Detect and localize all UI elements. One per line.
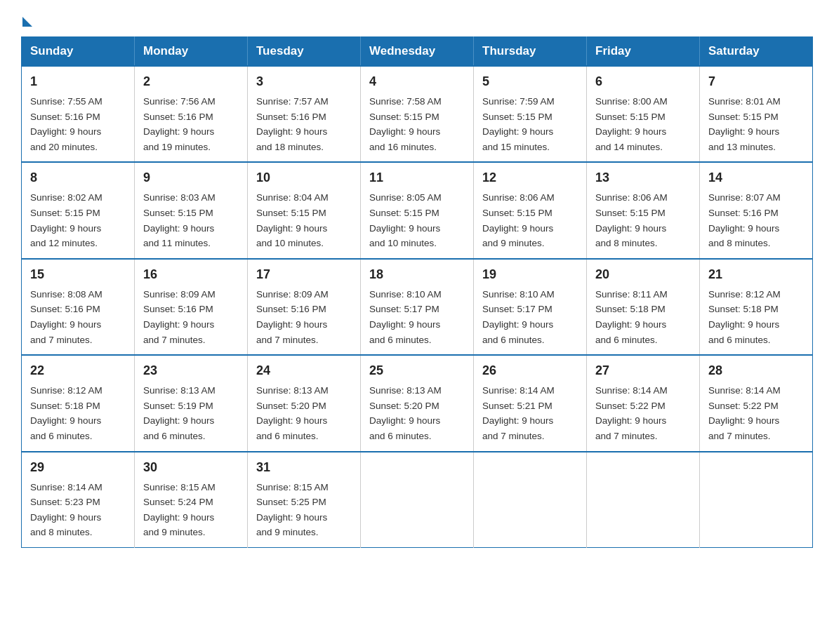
day-number: 5 bbox=[482, 72, 579, 91]
calendar-cell: 23Sunrise: 8:13 AMSunset: 5:19 PMDayligh… bbox=[135, 355, 248, 451]
calendar-cell: 8Sunrise: 8:02 AMSunset: 5:15 PMDaylight… bbox=[22, 162, 135, 258]
day-info: Sunrise: 8:12 AMSunset: 5:18 PMDaylight:… bbox=[708, 287, 805, 347]
calendar-cell bbox=[587, 452, 700, 548]
header-day-tuesday: Tuesday bbox=[248, 37, 361, 67]
calendar-cell: 11Sunrise: 8:05 AMSunset: 5:15 PMDayligh… bbox=[361, 162, 474, 258]
day-info: Sunrise: 8:03 AMSunset: 5:15 PMDaylight:… bbox=[143, 190, 240, 250]
calendar-cell: 13Sunrise: 8:06 AMSunset: 5:15 PMDayligh… bbox=[587, 162, 700, 258]
calendar-cell: 19Sunrise: 8:10 AMSunset: 5:17 PMDayligh… bbox=[474, 259, 587, 355]
day-number: 3 bbox=[256, 72, 353, 91]
day-number: 26 bbox=[482, 361, 579, 380]
calendar-cell: 10Sunrise: 8:04 AMSunset: 5:15 PMDayligh… bbox=[248, 162, 361, 258]
day-info: Sunrise: 8:15 AMSunset: 5:25 PMDaylight:… bbox=[256, 480, 353, 540]
day-number: 27 bbox=[595, 361, 692, 380]
logo bbox=[21, 14, 32, 24]
header-day-sunday: Sunday bbox=[22, 37, 135, 67]
day-number: 11 bbox=[369, 168, 466, 187]
calendar-cell bbox=[474, 452, 587, 548]
calendar-cell: 22Sunrise: 8:12 AMSunset: 5:18 PMDayligh… bbox=[22, 355, 135, 451]
day-info: Sunrise: 8:12 AMSunset: 5:18 PMDaylight:… bbox=[30, 383, 127, 443]
day-info: Sunrise: 8:02 AMSunset: 5:15 PMDaylight:… bbox=[30, 190, 127, 250]
day-number: 23 bbox=[143, 361, 240, 380]
day-number: 19 bbox=[482, 265, 579, 284]
day-number: 9 bbox=[143, 168, 240, 187]
day-info: Sunrise: 8:13 AMSunset: 5:19 PMDaylight:… bbox=[143, 383, 240, 443]
day-number: 7 bbox=[708, 72, 805, 91]
calendar-cell: 27Sunrise: 8:14 AMSunset: 5:22 PMDayligh… bbox=[587, 355, 700, 451]
header-row: SundayMondayTuesdayWednesdayThursdayFrid… bbox=[22, 37, 813, 67]
calendar-cell: 17Sunrise: 8:09 AMSunset: 5:16 PMDayligh… bbox=[248, 259, 361, 355]
day-info: Sunrise: 8:11 AMSunset: 5:18 PMDaylight:… bbox=[595, 287, 692, 347]
calendar-cell: 30Sunrise: 8:15 AMSunset: 5:24 PMDayligh… bbox=[135, 452, 248, 548]
calendar-body: 1Sunrise: 7:55 AMSunset: 5:16 PMDaylight… bbox=[22, 66, 813, 547]
calendar-cell: 3Sunrise: 7:57 AMSunset: 5:16 PMDaylight… bbox=[248, 66, 361, 162]
day-number: 14 bbox=[708, 168, 805, 187]
day-number: 24 bbox=[256, 361, 353, 380]
week-row-4: 22Sunrise: 8:12 AMSunset: 5:18 PMDayligh… bbox=[22, 355, 813, 451]
day-info: Sunrise: 8:00 AMSunset: 5:15 PMDaylight:… bbox=[595, 94, 692, 154]
header-day-monday: Monday bbox=[135, 37, 248, 67]
day-number: 20 bbox=[595, 265, 692, 284]
day-info: Sunrise: 8:01 AMSunset: 5:15 PMDaylight:… bbox=[708, 94, 805, 154]
day-number: 13 bbox=[595, 168, 692, 187]
day-number: 17 bbox=[256, 265, 353, 284]
calendar-cell: 20Sunrise: 8:11 AMSunset: 5:18 PMDayligh… bbox=[587, 259, 700, 355]
day-info: Sunrise: 7:58 AMSunset: 5:15 PMDaylight:… bbox=[369, 94, 466, 154]
day-info: Sunrise: 7:57 AMSunset: 5:16 PMDaylight:… bbox=[256, 94, 353, 154]
day-info: Sunrise: 7:59 AMSunset: 5:15 PMDaylight:… bbox=[482, 94, 579, 154]
calendar-cell: 24Sunrise: 8:13 AMSunset: 5:20 PMDayligh… bbox=[248, 355, 361, 451]
day-number: 29 bbox=[30, 458, 127, 477]
day-number: 30 bbox=[143, 458, 240, 477]
day-number: 2 bbox=[143, 72, 240, 91]
calendar-cell: 29Sunrise: 8:14 AMSunset: 5:23 PMDayligh… bbox=[22, 452, 135, 548]
day-info: Sunrise: 8:14 AMSunset: 5:23 PMDaylight:… bbox=[30, 480, 127, 540]
calendar-cell: 5Sunrise: 7:59 AMSunset: 5:15 PMDaylight… bbox=[474, 66, 587, 162]
day-number: 21 bbox=[708, 265, 805, 284]
week-row-5: 29Sunrise: 8:14 AMSunset: 5:23 PMDayligh… bbox=[22, 452, 813, 548]
calendar-cell: 21Sunrise: 8:12 AMSunset: 5:18 PMDayligh… bbox=[700, 259, 813, 355]
calendar-cell: 16Sunrise: 8:09 AMSunset: 5:16 PMDayligh… bbox=[135, 259, 248, 355]
calendar-cell: 6Sunrise: 8:00 AMSunset: 5:15 PMDaylight… bbox=[587, 66, 700, 162]
calendar-cell: 9Sunrise: 8:03 AMSunset: 5:15 PMDaylight… bbox=[135, 162, 248, 258]
header-day-wednesday: Wednesday bbox=[361, 37, 474, 67]
day-number: 28 bbox=[708, 361, 805, 380]
calendar-cell: 15Sunrise: 8:08 AMSunset: 5:16 PMDayligh… bbox=[22, 259, 135, 355]
page-header bbox=[21, 14, 813, 24]
calendar-cell bbox=[700, 452, 813, 548]
day-info: Sunrise: 7:55 AMSunset: 5:16 PMDaylight:… bbox=[30, 94, 127, 154]
week-row-2: 8Sunrise: 8:02 AMSunset: 5:15 PMDaylight… bbox=[22, 162, 813, 258]
day-info: Sunrise: 8:13 AMSunset: 5:20 PMDaylight:… bbox=[369, 383, 466, 443]
day-number: 15 bbox=[30, 265, 127, 284]
day-info: Sunrise: 8:06 AMSunset: 5:15 PMDaylight:… bbox=[482, 190, 579, 250]
day-info: Sunrise: 8:04 AMSunset: 5:15 PMDaylight:… bbox=[256, 190, 353, 250]
day-info: Sunrise: 8:09 AMSunset: 5:16 PMDaylight:… bbox=[256, 287, 353, 347]
day-number: 10 bbox=[256, 168, 353, 187]
day-number: 25 bbox=[369, 361, 466, 380]
calendar-cell: 18Sunrise: 8:10 AMSunset: 5:17 PMDayligh… bbox=[361, 259, 474, 355]
calendar-cell: 12Sunrise: 8:06 AMSunset: 5:15 PMDayligh… bbox=[474, 162, 587, 258]
header-day-thursday: Thursday bbox=[474, 37, 587, 67]
logo-arrow-icon bbox=[22, 17, 32, 27]
day-info: Sunrise: 8:10 AMSunset: 5:17 PMDaylight:… bbox=[369, 287, 466, 347]
calendar-cell: 2Sunrise: 7:56 AMSunset: 5:16 PMDaylight… bbox=[135, 66, 248, 162]
calendar-cell bbox=[361, 452, 474, 548]
calendar-cell: 1Sunrise: 7:55 AMSunset: 5:16 PMDaylight… bbox=[22, 66, 135, 162]
day-info: Sunrise: 8:10 AMSunset: 5:17 PMDaylight:… bbox=[482, 287, 579, 347]
calendar-cell: 31Sunrise: 8:15 AMSunset: 5:25 PMDayligh… bbox=[248, 452, 361, 548]
day-number: 4 bbox=[369, 72, 466, 91]
day-number: 18 bbox=[369, 265, 466, 284]
day-info: Sunrise: 8:15 AMSunset: 5:24 PMDaylight:… bbox=[143, 480, 240, 540]
calendar-cell: 25Sunrise: 8:13 AMSunset: 5:20 PMDayligh… bbox=[361, 355, 474, 451]
day-info: Sunrise: 8:14 AMSunset: 5:21 PMDaylight:… bbox=[482, 383, 579, 443]
calendar-cell: 28Sunrise: 8:14 AMSunset: 5:22 PMDayligh… bbox=[700, 355, 813, 451]
header-day-friday: Friday bbox=[587, 37, 700, 67]
calendar-cell: 14Sunrise: 8:07 AMSunset: 5:16 PMDayligh… bbox=[700, 162, 813, 258]
calendar-header: SundayMondayTuesdayWednesdayThursdayFrid… bbox=[22, 37, 813, 67]
day-number: 31 bbox=[256, 458, 353, 477]
day-info: Sunrise: 8:06 AMSunset: 5:15 PMDaylight:… bbox=[595, 190, 692, 250]
calendar-cell: 4Sunrise: 7:58 AMSunset: 5:15 PMDaylight… bbox=[361, 66, 474, 162]
day-number: 16 bbox=[143, 265, 240, 284]
day-number: 8 bbox=[30, 168, 127, 187]
day-info: Sunrise: 7:56 AMSunset: 5:16 PMDaylight:… bbox=[143, 94, 240, 154]
week-row-3: 15Sunrise: 8:08 AMSunset: 5:16 PMDayligh… bbox=[22, 259, 813, 355]
